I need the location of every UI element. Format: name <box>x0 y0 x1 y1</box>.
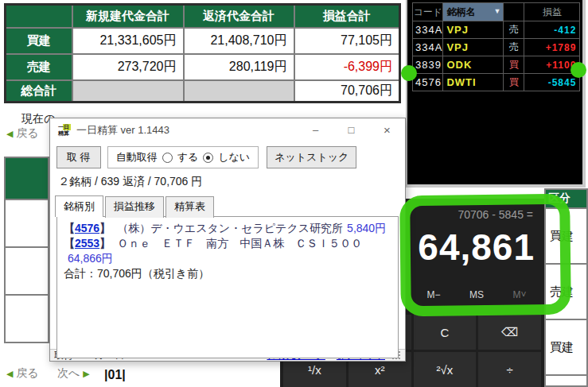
position-code: 4576 <box>413 74 443 91</box>
bg-right-cell: 買建 <box>544 319 588 376</box>
position-pl: +1789 <box>524 39 580 56</box>
screen: 新規建代金合計 返済代金合計 損益合計 買建 21,331,605円 21,40… <box>0 0 588 387</box>
backspace-button[interactable]: ⌫ <box>478 315 541 350</box>
radio-auto-no[interactable] <box>203 153 213 163</box>
stock-name: （株）デ・ウエスタン・セラピテクス研究所 <box>117 222 343 234</box>
position-name: DWTI <box>443 74 504 91</box>
row-label-total: 総合計 <box>6 80 72 103</box>
position-side: 売 <box>504 39 524 56</box>
position-row[interactable]: 334A VPJ 売 -412 <box>413 21 580 39</box>
position-row[interactable]: 334A VPJ 売 +1789 <box>413 39 580 56</box>
position-side: 買 <box>504 74 524 91</box>
position-row[interactable]: 3839 ODK 買 +1100 <box>413 56 580 74</box>
sqrt-button[interactable]: ²√x <box>414 352 477 387</box>
page-indicator: |01| <box>104 368 126 382</box>
netstock-button[interactable]: ネットストック <box>267 146 356 168</box>
minimize-button[interactable]: – <box>298 118 333 142</box>
window-titlebar[interactable]: 一日 精算 一日精算 ver 1.1443 – □ × <box>50 118 405 142</box>
bg-left-cell <box>4 246 49 296</box>
tab-meigara-betsu[interactable]: 銘柄別 <box>55 195 103 217</box>
row-label-sell: 売建 <box>6 54 72 80</box>
position-code: 334A <box>413 21 443 39</box>
clear-button[interactable]: C <box>414 315 477 350</box>
highlight-rectangle <box>399 194 571 317</box>
back-arrow-icon: ◀ <box>6 369 13 378</box>
next-arrow-icon: ▶ <box>83 369 89 378</box>
positions-panel: コード 銘柄名▼ 損益 334A VPJ 売 -412 334A VPJ 売 +… <box>406 0 586 188</box>
summary-header-repay: 返済代金合計 <box>184 5 294 28</box>
auto-get-label: 自動取得 <box>116 150 158 164</box>
maximize-button[interactable]: □ <box>333 118 369 142</box>
cell-value: -6,399円 <box>294 54 400 80</box>
summary-header-new: 新規建代金合計 <box>72 5 184 28</box>
positions-header-side <box>504 3 524 21</box>
position-name: ODK <box>443 56 504 74</box>
position-name: VPJ <box>443 21 504 39</box>
position-pl: -412 <box>524 21 580 39</box>
window-title: 一日精算 ver 1.1443 <box>76 123 298 137</box>
tab-bar: 銘柄別 損益推移 精算表 <box>55 194 405 215</box>
position-name: VPJ <box>443 39 504 56</box>
holding-line: 【4576】（株）デ・ウエスタン・セラピテクス研究所5,840円 <box>64 221 391 236</box>
stock-pl: 5,840円 <box>347 222 386 234</box>
bg-right-cell <box>544 374 588 387</box>
position-side: 買 <box>504 56 524 74</box>
summary-corner-cell <box>6 5 72 28</box>
stock-code-link[interactable]: 4576 <box>75 222 99 234</box>
position-side: 売 <box>504 21 524 39</box>
cell-value: 21,331,605円 <box>72 28 184 54</box>
header-name-label: 銘柄名 <box>446 6 475 17</box>
total-line: 合計：70,706円（税引き前） <box>64 266 391 281</box>
cell-value: 70,706円 <box>294 80 400 103</box>
positions-header-pl[interactable]: 損益 <box>524 3 580 21</box>
tab-content: 【4576】（株）デ・ウエスタン・セラピテクス研究所5,840円 【2553】Ｏ… <box>56 216 399 358</box>
table-row: 買建 21,331,605円 21,408,710円 77,105円 <box>6 28 400 54</box>
get-button[interactable]: 取 得 <box>56 146 101 168</box>
positions-table: コード 銘柄名▼ 損益 334A VPJ 売 -412 334A VPJ 売 +… <box>412 2 580 91</box>
highlight-dot-left <box>401 65 417 81</box>
bg-left-header-cell <box>4 157 49 200</box>
positions-header-code[interactable]: コード <box>413 3 443 21</box>
cell-value: 280,119円 <box>184 54 294 80</box>
cell-value: 21,408,710円 <box>184 28 294 54</box>
tab-seisan-hyo[interactable]: 精算表 <box>165 196 214 218</box>
holding-line: 【2553】Ｏｎｅ ＥＴＦ 南方 中国Ａ株 ＣＳＩ５００64,866円 <box>64 236 391 266</box>
back-link-bottom[interactable]: ◀ 戻る <box>6 366 39 381</box>
bg-left-cell <box>4 199 49 248</box>
radio-auto-yes[interactable] <box>162 153 173 163</box>
back-link-top[interactable]: ◀ 戻る <box>6 126 39 141</box>
cell-value: 273,720円 <box>72 54 184 80</box>
summary-table: 新規建代金合計 返済代金合計 損益合計 買建 21,331,605円 21,40… <box>4 3 401 103</box>
stock-name: Ｏｎｅ ＥＴＦ 南方 中国Ａ株 ＣＳＩ５００ <box>117 237 362 250</box>
tab-soneki-suii[interactable]: 損益推移 <box>105 196 164 218</box>
window-toolbar: 取 得 自動取得 する しない ネットストック <box>56 147 405 168</box>
close-button[interactable]: × <box>369 118 405 142</box>
auto-get-group: 自動取得 する しない <box>107 146 259 168</box>
position-code: 334A <box>413 39 443 56</box>
table-row: 総合計 70,706円 <box>6 80 400 103</box>
summary-header-pl: 損益合計 <box>294 5 400 28</box>
positions-header-name[interactable]: 銘柄名▼ <box>443 3 504 21</box>
radio-yes-label[interactable]: する <box>177 150 199 164</box>
position-code: 3839 <box>413 56 443 74</box>
divide-button[interactable]: ÷ <box>478 352 541 387</box>
highlight-dot-right <box>570 62 586 78</box>
summary-info-line: ２銘柄 / 639 返済 / 70,706 円 <box>58 175 405 189</box>
stock-code-link[interactable]: 2553 <box>75 237 99 250</box>
position-pl: -5845 <box>524 74 580 91</box>
radio-no-label[interactable]: しない <box>218 150 250 164</box>
next-link[interactable]: 次へ ▶ <box>57 366 90 381</box>
row-label-buy: 買建 <box>6 28 72 54</box>
position-row[interactable]: 4576 DWTI 買 -5845 <box>413 74 580 91</box>
table-row: 売建 273,720円 280,119円 -6,399円 <box>6 54 400 80</box>
ichinichi-seisan-window: 一日 精算 一日精算 ver 1.1443 – □ × 取 得 自動取得 する … <box>49 118 406 362</box>
stock-pl: 64,866円 <box>68 252 113 265</box>
filter-icon[interactable]: ▼ <box>493 7 500 15</box>
app-icon: 一日 精算 <box>56 123 71 137</box>
cell-blank <box>72 80 184 103</box>
cell-blank <box>184 80 294 103</box>
cell-value: 77,105円 <box>294 28 400 54</box>
bg-left-cell <box>4 294 49 343</box>
back-arrow-icon: ◀ <box>6 129 13 138</box>
